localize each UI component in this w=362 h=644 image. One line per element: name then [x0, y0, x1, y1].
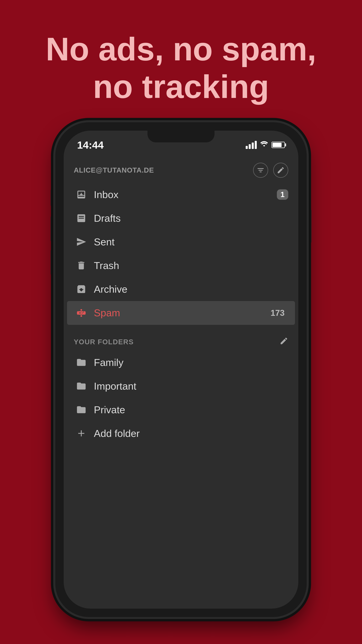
folder-item-important[interactable]: Important: [64, 374, 298, 398]
inbox-icon: [74, 189, 89, 200]
sent-icon: [74, 237, 89, 247]
svg-point-0: [80, 309, 82, 310]
folder-item-private[interactable]: Private: [64, 398, 298, 422]
phone-button-power: [308, 210, 311, 243]
nav-item-archive[interactable]: Archive: [64, 278, 298, 301]
headline-text: No ads, no spam, no tracking: [20, 30, 342, 106]
folder-important-label: Important: [94, 380, 136, 392]
signal-bar-3: [252, 142, 254, 149]
nav-item-trash[interactable]: Trash: [64, 254, 298, 278]
headline-line1: No ads, no spam,: [46, 31, 316, 67]
nav-item-drafts[interactable]: Drafts: [64, 206, 298, 230]
add-folder-icon: [74, 428, 89, 438]
add-folder-item[interactable]: Add folder: [64, 422, 298, 445]
folders-section-header: YOUR FOLDERS: [64, 330, 298, 351]
phone-notch: [147, 131, 215, 142]
phone-button-mute: [51, 189, 54, 206]
sent-label: Sent: [94, 236, 288, 248]
battery-fill: [273, 143, 282, 147]
filter-button[interactable]: [253, 163, 268, 178]
spam-icon: [74, 308, 89, 318]
folder-item-family[interactable]: Family: [64, 351, 298, 374]
drafts-label: Drafts: [94, 212, 288, 224]
spam-badge: 173: [267, 307, 288, 319]
phone-wrapper: 14:44: [55, 122, 307, 617]
battery-icon: [272, 142, 285, 148]
status-icons: [246, 140, 285, 150]
nav-item-inbox[interactable]: Inbox 1: [64, 183, 298, 206]
nav-list: Inbox 1 Drafts: [64, 183, 298, 328]
folder-family-icon: [74, 357, 89, 368]
folder-private-label: Private: [94, 404, 125, 416]
nav-item-spam[interactable]: Spam 173: [67, 301, 295, 325]
add-folder-label: Add folder: [94, 428, 140, 439]
headline-line2: no tracking: [93, 68, 269, 105]
status-time: 14:44: [77, 139, 104, 151]
nav-item-sent[interactable]: Sent: [64, 230, 298, 254]
inbox-badge: 1: [277, 189, 288, 200]
headline-area: No ads, no spam, no tracking: [0, 0, 362, 119]
folder-important-icon: [74, 381, 89, 391]
signal-bar-2: [249, 144, 251, 149]
folder-family-label: Family: [94, 357, 123, 368]
header-icons: [253, 163, 288, 178]
wifi-icon: [260, 140, 269, 150]
signal-bars-icon: [246, 141, 257, 149]
folder-private-icon: [74, 404, 89, 415]
phone-screen: 14:44: [64, 131, 298, 608]
signal-bar-4: [255, 141, 257, 149]
inbox-label: Inbox: [94, 189, 277, 200]
trash-icon: [74, 260, 89, 271]
account-header: ALICE@TUTANOTA.DE: [64, 154, 298, 183]
drafts-icon: [74, 213, 89, 224]
folders-section-title: YOUR FOLDERS: [74, 338, 134, 346]
compose-button[interactable]: [273, 163, 288, 178]
phone-button-vol-up: [51, 216, 54, 241]
folders-edit-icon[interactable]: [280, 336, 288, 347]
archive-icon: [74, 284, 89, 294]
drawer-content: ALICE@TUTANOTA.DE: [64, 154, 298, 602]
spam-label: Spam: [94, 307, 267, 319]
archive-label: Archive: [94, 284, 288, 295]
trash-label: Trash: [94, 260, 288, 271]
account-email: ALICE@TUTANOTA.DE: [74, 166, 154, 174]
svg-point-1: [80, 315, 82, 317]
phone-shell: 14:44: [55, 122, 307, 617]
phone-button-vol-down: [51, 250, 54, 275]
signal-bar-1: [246, 146, 248, 149]
